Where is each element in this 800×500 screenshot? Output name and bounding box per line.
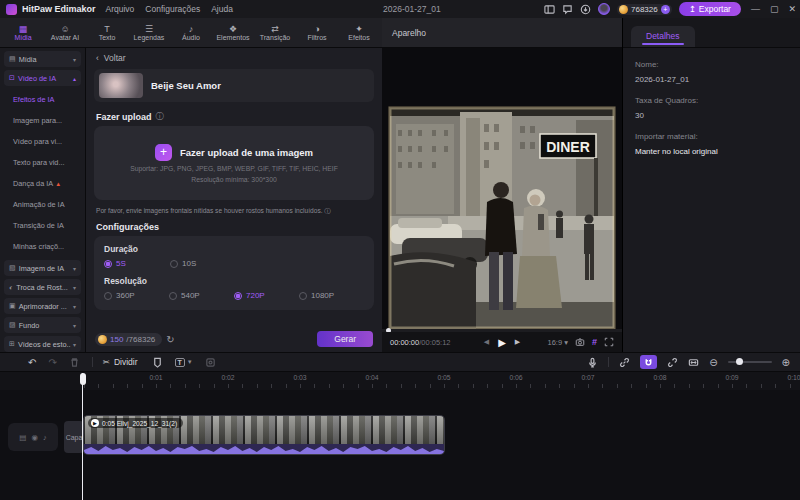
- cover-button[interactable]: Capa: [64, 421, 84, 453]
- feedback-icon[interactable]: [562, 4, 573, 15]
- sidebar-group-imagem-ia[interactable]: ▧Imagem de IA▾: [4, 260, 81, 276]
- aspect-ratio-select[interactable]: 16:9 ▾: [548, 338, 568, 347]
- sidebar-item-minhas-criacoes[interactable]: Minhas criaçõ...: [0, 236, 85, 257]
- sidebar-item-texto-para[interactable]: Texto para vid...: [0, 152, 85, 173]
- menu-arquivo[interactable]: Arquivo: [106, 4, 135, 14]
- tab-detalhes[interactable]: Detalhes: [631, 26, 695, 47]
- next-frame-button[interactable]: ▶: [515, 338, 520, 346]
- zoom-out-button[interactable]: ⊖: [709, 357, 717, 368]
- tab-audio[interactable]: ♪Áudio: [170, 19, 212, 47]
- tab-transicao[interactable]: ⇄Transição: [254, 19, 296, 47]
- effects-icon: ✦: [355, 24, 363, 34]
- refresh-icon[interactable]: ↻: [166, 334, 174, 345]
- chevron-up-icon: ▴: [73, 75, 76, 82]
- play-button[interactable]: ▶: [498, 337, 506, 348]
- back-button[interactable]: ‹Voltar: [86, 48, 382, 68]
- play-badge-icon: ▶: [91, 419, 99, 427]
- sidebar-item-transicao-de-ia[interactable]: Transição de IA: [0, 215, 85, 236]
- playhead-line[interactable]: [82, 373, 83, 500]
- cost-pill: 150/768326: [95, 333, 162, 346]
- add-credits-icon[interactable]: +: [661, 5, 670, 14]
- track-visibility-icon[interactable]: ◉: [31, 433, 38, 442]
- tab-texto[interactable]: TTexto: [86, 19, 128, 47]
- timeline-zoom-slider[interactable]: [728, 361, 772, 363]
- menu-configuracoes[interactable]: Configurações: [145, 4, 200, 14]
- timeline-ruler[interactable]: 0:01 0:02 0:03 0:04 0:05 0:06 0:07 0:08 …: [0, 372, 800, 390]
- credits-pill[interactable]: 768326 +: [617, 4, 672, 15]
- tab-avatar-ai[interactable]: ☺Avatar AI: [44, 19, 86, 47]
- snapshot-icon[interactable]: [575, 337, 585, 347]
- field-value-importar[interactable]: Manter no local original: [635, 147, 788, 156]
- tab-elementos[interactable]: ❖Elementos: [212, 19, 254, 47]
- clip-label: ▶ 0:05 Ellvj_2025_12_31(2): [88, 418, 183, 428]
- resolution-option-360p[interactable]: 360P: [104, 291, 169, 300]
- radio-icon: [299, 292, 307, 300]
- prev-frame-button[interactable]: ◀: [484, 338, 489, 346]
- grid-icon[interactable]: #: [592, 337, 597, 347]
- sidebar-group-aprimorador[interactable]: ▣Aprimorador ...▾: [4, 298, 81, 314]
- export-button[interactable]: ↥ Exportar: [679, 2, 741, 16]
- menu-ajuda[interactable]: Ajuda: [211, 4, 233, 14]
- undo-button[interactable]: ↶: [28, 357, 36, 368]
- zoom-in-button[interactable]: ⊕: [782, 357, 790, 368]
- minimize-button[interactable]: —: [751, 4, 760, 14]
- folder-icon: ▤: [9, 55, 16, 63]
- preview-panel: Aparelho DINER: [382, 18, 623, 352]
- tab-efeitos[interactable]: ✦Efeitos: [338, 19, 380, 47]
- text-tool-button[interactable]: T▼: [175, 358, 193, 367]
- app-name: HitPaw Edimakor: [22, 4, 96, 14]
- upload-plus-icon[interactable]: +: [155, 144, 172, 161]
- sidebar-item-video-para[interactable]: Vídeo para vi...: [0, 131, 85, 152]
- clip-waveform: [84, 444, 444, 454]
- generate-button[interactable]: Gerar: [317, 331, 373, 347]
- user-avatar[interactable]: [598, 3, 610, 15]
- sidebar-group-midia[interactable]: ▤Mídia▾: [4, 51, 81, 67]
- sidebar-group-videos-estoque[interactable]: ⊞Vídeos de esto..▾: [4, 336, 81, 352]
- sidebar-group-video-ia[interactable]: ⊡Vídeo de IA▴: [4, 70, 81, 86]
- split-button[interactable]: ✂ Dividir: [103, 357, 138, 367]
- tab-filtros[interactable]: ◑Filtros: [296, 19, 338, 47]
- coin-icon: [98, 335, 107, 344]
- radio-icon: [170, 260, 178, 268]
- sidebar-group-fundo[interactable]: ▨Fundo▾: [4, 317, 81, 333]
- sidebar-item-efeitos-de-ia[interactable]: Efeitos de IA: [0, 89, 85, 110]
- left-sidebar: ▤Mídia▾ ⊡Vídeo de IA▴ Efeitos de IA Imag…: [0, 48, 86, 352]
- scissors-icon: ✂: [103, 357, 110, 367]
- sidebar-item-danca-da-ia[interactable]: Dança da IA▲: [0, 173, 85, 194]
- download-icon[interactable]: [580, 4, 591, 15]
- tab-midia[interactable]: ▦Mídia: [2, 19, 44, 47]
- link-icon[interactable]: [619, 357, 630, 368]
- track-mute-icon[interactable]: ♪: [43, 433, 47, 442]
- sticker-button[interactable]: [205, 357, 216, 368]
- sidebar-group-troca-rosto[interactable]: ◐Troca de Rost...▾: [4, 279, 81, 295]
- fit-timeline-icon[interactable]: [688, 357, 699, 368]
- playhead-handle[interactable]: [80, 373, 86, 385]
- marker-icon[interactable]: [152, 357, 163, 368]
- zoom-slider-handle[interactable]: [736, 358, 743, 365]
- upload-button-label: Fazer upload de uma imagem: [180, 147, 313, 158]
- feature-card[interactable]: Beije Seu Amor: [94, 69, 374, 102]
- close-button[interactable]: ✕: [788, 4, 796, 14]
- audio-icon: ♪: [189, 24, 194, 34]
- snap-magnet-toggle[interactable]: [640, 355, 657, 369]
- layout-panels-icon[interactable]: [544, 4, 555, 15]
- fullscreen-icon[interactable]: [604, 337, 614, 347]
- sidebar-item-animacao-de-ia[interactable]: Animação de IA: [0, 194, 85, 215]
- unlink-icon[interactable]: [667, 357, 678, 368]
- resolution-option-1080p[interactable]: 1080P: [299, 291, 364, 300]
- maximize-button[interactable]: ▢: [770, 4, 779, 14]
- titlebar: HitPaw Edimakor Arquivo Configurações Aj…: [0, 0, 800, 18]
- preview-header: Aparelho: [382, 18, 622, 48]
- video-clip[interactable]: ▶ 0:05 Ellvj_2025_12_31(2): [84, 416, 444, 454]
- upload-dropzone[interactable]: + Fazer upload de uma imagem Suportar: J…: [94, 126, 374, 200]
- microphone-icon[interactable]: [587, 357, 598, 368]
- resolution-option-540p[interactable]: 540P: [169, 291, 234, 300]
- tab-legendas[interactable]: ☰Legendas: [128, 19, 170, 47]
- resolution-option-720p[interactable]: 720P: [234, 291, 299, 300]
- redo-button[interactable]: ↷: [48, 357, 56, 368]
- sidebar-item-imagem-para[interactable]: Imagem para...: [0, 110, 85, 131]
- stock-video-icon: ⊞: [9, 340, 15, 348]
- duration-option-10s[interactable]: 10S: [170, 259, 236, 268]
- delete-button[interactable]: [69, 357, 80, 368]
- duration-option-5s[interactable]: 5S: [104, 259, 170, 268]
